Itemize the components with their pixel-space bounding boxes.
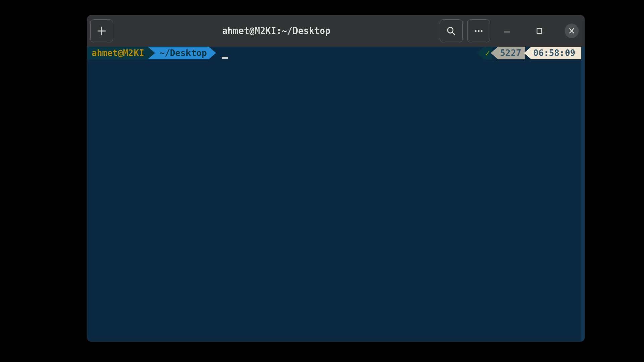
close-button[interactable] [565,24,579,38]
terminal-cursor [222,57,228,59]
powerline-separator-icon [491,47,498,59]
svg-point-3 [481,30,482,32]
window-title: ahmet@M2KI:~/Desktop [118,26,435,36]
search-button[interactable] [440,19,463,42]
menu-button[interactable] [467,19,490,42]
maximize-icon [536,27,543,34]
scrollbar[interactable] [581,47,585,342]
svg-point-1 [475,30,476,32]
powerline-separator-icon [524,47,531,59]
new-tab-button[interactable] [90,19,113,42]
terminal-viewport[interactable]: ahmet@M2KI ~/Desktop ✓ 5227 06:58:09 [87,47,585,342]
powerline-separator-icon [477,47,484,59]
titlebar: ahmet@M2KI:~/Desktop [87,15,585,47]
prompt-path: ~/Desktop [148,47,209,59]
clock-time: 06:58:09 [531,47,581,59]
close-icon [568,27,575,34]
search-icon [446,26,456,36]
powerline-separator-icon [209,47,216,59]
maximize-button[interactable] [532,24,546,38]
powerline-separator-icon [148,47,155,59]
plus-icon [97,26,107,36]
prompt-line: ahmet@M2KI ~/Desktop ✓ 5227 06:58:09 [87,47,581,59]
svg-rect-4 [537,28,542,33]
prompt-user-host: ahmet@M2KI [87,47,148,59]
history-number: 5227 [498,47,525,59]
more-icon [474,26,484,36]
minimize-icon [503,27,511,35]
prompt-right-status: ✓ 5227 06:58:09 [477,47,581,59]
svg-point-2 [478,30,479,32]
terminal-window: ahmet@M2KI:~/Desktop [87,15,585,342]
minimize-button[interactable] [500,24,514,38]
